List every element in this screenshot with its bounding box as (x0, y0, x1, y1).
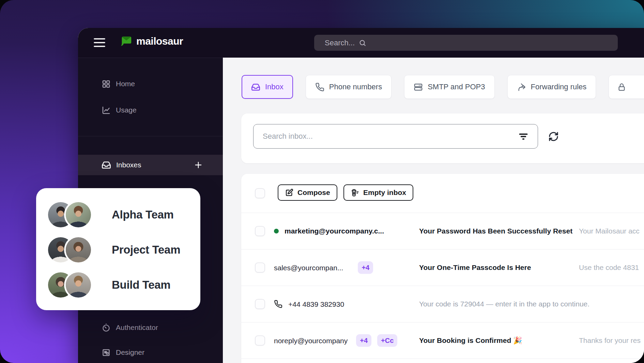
row-checkbox[interactable] (255, 335, 265, 346)
sidebar-item-label: Home (116, 80, 135, 88)
sender: +44 4839 382930 (288, 300, 344, 308)
subject: Your Password Has Been Successfully Rese… (419, 227, 572, 235)
sidebar-item-label: Usage (116, 106, 137, 114)
background-gradient: mailosaur Search... H (0, 0, 644, 363)
sender-cell: marketing@yourcompany.c... (274, 227, 384, 235)
timer-icon (102, 323, 111, 332)
inbox-search-card: Search inbox... (241, 114, 644, 163)
tab-bar: Inbox Phone numbers (242, 75, 644, 99)
tab-smtp-pop3[interactable]: SMTP and POP3 (404, 75, 494, 99)
row-checkbox[interactable] (255, 226, 265, 236)
main-content: Inbox Phone numbers (223, 58, 644, 363)
tab-label: Phone numbers (329, 82, 382, 91)
teams-popup: Alpha Team Project Team Build Team (36, 188, 200, 310)
team-name: Build Team (112, 278, 170, 291)
server-icon (414, 82, 423, 92)
row-checkbox[interactable] (255, 299, 265, 309)
sms-row[interactable]: +44 4839 382930 Your code is 729044 — en… (241, 286, 644, 322)
trash-icon (351, 188, 359, 197)
grid-icon (102, 79, 111, 89)
recipients-badge[interactable]: +4 (358, 261, 373, 274)
sender: noreply@yourcompany (274, 336, 348, 345)
email-row-4[interactable]: noreply@yourcompany +4 +Cc Your Booking … (241, 322, 644, 359)
sidebar-item-usage[interactable]: Usage (102, 101, 137, 119)
inbox-icon (102, 160, 111, 170)
global-search-input[interactable]: Search... (314, 35, 618, 51)
brand-name: mailosaur (136, 35, 183, 47)
compose-button[interactable]: Compose (278, 184, 337, 201)
email-rows: marketing@yourcompany.c... Your Password… (241, 213, 644, 359)
forward-icon (517, 82, 526, 92)
sender-cell: sales@yourcompan... +4 (274, 261, 373, 274)
plus-icon[interactable] (194, 161, 203, 169)
email-list-card: Compose Empty inbox (241, 174, 644, 363)
tab-forwarding-rules[interactable]: Forwarding rules (507, 75, 596, 99)
avatar (66, 272, 91, 298)
tab-label: SMTP and POP3 (428, 82, 485, 91)
topbar: mailosaur Search... (78, 28, 644, 58)
avatar (66, 237, 91, 262)
preview: Thanks for your res (579, 336, 641, 345)
sender-cell: +44 4839 382930 (274, 300, 344, 308)
inbox-icon (251, 82, 260, 92)
email-row-1[interactable]: marketing@yourcompany.c... Your Password… (241, 213, 644, 249)
phone-icon (315, 82, 324, 92)
team-project[interactable]: Project Team (36, 235, 200, 265)
refresh-icon[interactable] (548, 131, 559, 142)
sms-message: Your code is 729044 — enter it in the ap… (419, 300, 589, 308)
team-build[interactable]: Build Team (36, 270, 200, 300)
list-toolbar: Compose Empty inbox (241, 174, 644, 213)
sender-cell: noreply@yourcompany +4 +Cc (274, 334, 397, 347)
frame-icon (102, 348, 111, 357)
avatar (66, 202, 91, 227)
sidebar-item-label: Authenticator (116, 323, 158, 332)
email-row-2[interactable]: sales@yourcompan... +4 Your One-Time Pas… (241, 249, 644, 286)
empty-inbox-label: Empty inbox (363, 188, 406, 197)
lock-icon (617, 82, 626, 92)
row-checkbox[interactable] (255, 262, 265, 273)
subject: Your Booking is Confirmed 🎉 (419, 336, 522, 345)
search-icon (359, 39, 366, 47)
filter-icon[interactable] (518, 131, 529, 142)
tab-label: Forwarding rules (531, 82, 587, 91)
phone-icon (274, 300, 282, 308)
subject: Your One-Time Passcode Is Here (419, 263, 531, 272)
sidebar-item-label: Inboxes (116, 161, 141, 169)
tab-label: Inbox (265, 82, 283, 91)
sender: sales@yourcompan... (274, 263, 343, 272)
preview: Your Mailosaur acc (579, 227, 640, 235)
compose-icon (285, 188, 293, 197)
global-search-placeholder: Search... (325, 39, 355, 47)
team-alpha[interactable]: Alpha Team (36, 199, 200, 230)
tab-locked[interactable] (609, 75, 644, 99)
sidebar-item-label: Designer (116, 348, 144, 357)
unread-dot (274, 229, 279, 233)
inbox-search-input[interactable]: Search inbox... (253, 124, 538, 149)
sidebar-item-inboxes[interactable]: Inboxes (78, 155, 223, 175)
cc-badge[interactable]: +Cc (377, 334, 397, 347)
team-name: Alpha Team (112, 208, 174, 221)
chart-icon (102, 106, 111, 115)
sidebar-item-authenticator[interactable]: Authenticator (102, 319, 158, 336)
team-name: Project Team (112, 243, 180, 256)
sidebar-divider (78, 136, 223, 136)
brand[interactable]: mailosaur (118, 35, 183, 47)
sidebar-item-designer[interactable]: Designer (102, 344, 144, 361)
menu-icon[interactable] (94, 38, 105, 47)
preview: Use the code 4831 (579, 263, 639, 272)
sidebar-item-home[interactable]: Home (102, 75, 135, 93)
recipients-badge[interactable]: +4 (356, 334, 371, 347)
compose-label: Compose (297, 188, 330, 197)
tab-inbox[interactable]: Inbox (242, 75, 293, 99)
empty-inbox-button[interactable]: Empty inbox (343, 184, 413, 201)
sender: marketing@yourcompany.c... (285, 227, 384, 235)
mailosaur-logo (118, 35, 133, 47)
tab-phone-numbers[interactable]: Phone numbers (306, 75, 392, 99)
select-all-checkbox[interactable] (255, 188, 265, 198)
inbox-search-placeholder: Search inbox... (263, 132, 313, 141)
